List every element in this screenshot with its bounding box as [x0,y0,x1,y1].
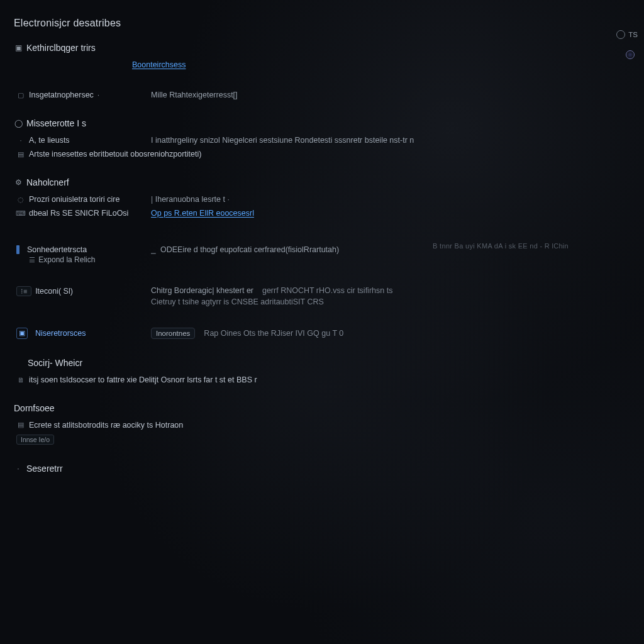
square-icon: ▢ [16,91,25,99]
missetrotte-row1-left: A, te lieusts [29,136,70,145]
missetrotte-row2: Artste insesettes ebritbetouit obosrenio… [29,150,201,158]
teconi-sub1: gerrf RNOCHT rHO.vss cir tsifirhsn ts [262,286,392,295]
ring-icon: ◌ [16,195,25,204]
teconi-right-1: Chitrg Borderagic| khestert er [151,286,253,295]
sonheder-sub: Expond la Relich [38,255,95,264]
nahobnet-row2-left: dbeal Rs SE SNICR FiLoOsi [29,209,128,218]
section-last: Seseretrr [26,464,63,474]
cpu-indicator [626,50,638,59]
section-socirj: Socirj- Wheicr [28,358,82,368]
cpu-icon [626,50,635,59]
section-nahobnet: Naholcnerf [26,177,69,187]
nahobnet-row1-right: | Iheranuobna lesrte t · [151,195,630,204]
sonheder-label[interactable]: Sonhedertetrscta [27,245,87,254]
keyboard-icon: ⌨ [16,209,25,218]
top-right-indicators: TS [616,30,638,59]
gear-icon: ⚙ [14,178,23,187]
circle-icon: ◯ [14,119,23,128]
blank-icon [14,358,23,367]
dornfsoe-pill[interactable]: Innse Ie/o [16,435,54,445]
section-missetrotte: Misseterotte I s [26,118,86,128]
item1-value: Mille Rtahtexigeterresst[] [151,91,630,99]
nisertroes-chip[interactable]: Inorontnes [151,328,195,339]
socirj-row: itsj soen tsIdsocser to fattre xie Delit… [29,375,257,384]
nahobnet-row1-left[interactable]: Prozri oniuisletra toriri cire [29,195,119,204]
dornfsoe-row: Ecrete st atlitsbotrodits ræ aociky ts H… [29,421,183,430]
nahobnet-row2-link[interactable]: Op ps R.eten EllR eoocesesrl [151,209,254,218]
missetrotte-row1-right: I inatthrgeliny snizol Niegelceri sestsi… [151,136,630,145]
page-title: Electronisjcr desatribes [14,18,630,29]
monitor-icon: ▣ [16,328,28,339]
nisertroes-label[interactable]: Niseretrorsces [35,329,86,338]
clock-icon [616,30,625,39]
teconi-pill-icon: ⁝≡ [16,286,31,296]
doc2-icon: ▤ [16,421,25,430]
section-dornfsoe: Dornfsoee [14,403,55,413]
item1-label[interactable]: Insgetatnophersec [29,91,94,99]
dot-icon: · [16,136,25,145]
list-icon: ▤ [16,150,25,158]
clock-text: TS [628,31,638,38]
doc-icon: 🗎 [16,375,25,384]
last-icon: · [14,464,23,473]
nisertroes-right: Rap Oines Ots the RJiser IVI GQ gu T 0 [204,329,343,338]
authoring-link[interactable]: Boonteirchsess [132,60,186,69]
section-authoring: Kethirclbqger trirs [26,43,96,53]
teconi-label[interactable]: Iteconi( Sl) [35,287,73,296]
marker-icon [16,245,19,254]
bars-icon: ☰ [28,256,36,265]
clock-indicator: TS [616,30,638,39]
teconi-sub2: Cietruy t tsihe agtyrr is CNSBE adritaub… [151,297,630,306]
nahobnet-faint: B tnnr Ba uyi KMA dA i sk EE nd - R lChi… [433,242,569,250]
box-icon: ▣ [14,43,23,52]
